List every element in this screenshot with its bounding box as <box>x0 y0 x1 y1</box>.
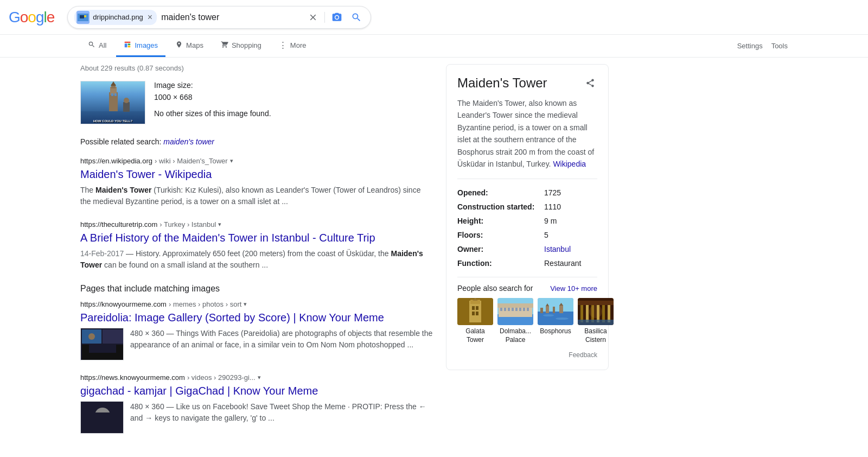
also-search-dolmabahce[interactable]: Dolmaba...Palace <box>497 298 533 344</box>
results-count: About 229 results (0.87 seconds) <box>80 64 433 72</box>
main-content: About 229 results (0.87 seconds) <box>0 58 868 453</box>
svg-point-50 <box>543 314 554 316</box>
logo-o1: o <box>20 9 28 26</box>
svg-rect-33 <box>476 306 478 310</box>
logo-g2: g <box>36 9 44 26</box>
also-img-dolmabahce <box>497 298 533 325</box>
shopping-icon <box>221 41 228 50</box>
search-icon <box>351 12 362 23</box>
kp-fact-label-opened: Opened: <box>457 188 544 197</box>
also-label-bosphorus: Bosphorus <box>540 327 571 336</box>
svg-rect-4 <box>125 41 131 42</box>
image-info-block: HOW COULD YOU TELL? Image size: 1000 × 6… <box>80 81 433 124</box>
svg-rect-43 <box>512 308 514 311</box>
result-dropdown-culturetrip[interactable]: ▾ <box>218 221 221 228</box>
kp-fact-height: Height: 9 m <box>457 214 597 228</box>
svg-rect-52 <box>540 308 543 313</box>
kp-also-header: People also search for View 10+ more <box>457 284 597 293</box>
tab-maps-label: Maps <box>186 41 203 49</box>
nav-tabs: All Images Maps Shopping ⋮ More Settings… <box>0 35 868 58</box>
meme-image: HOW COULD YOU TELL? <box>81 81 145 124</box>
logo-e: e <box>47 9 55 26</box>
svg-rect-55 <box>553 307 555 313</box>
kp-facts: Opened: 1725 Construction started: 1110 … <box>457 179 597 270</box>
result-desc-text-pareidolia: — Things With Faces (Pareidolia) are pho… <box>130 329 432 349</box>
result-thumb-pareidolia <box>80 328 124 360</box>
svg-rect-23 <box>89 345 116 353</box>
tab-shopping[interactable]: Shopping <box>213 35 269 57</box>
svg-rect-40 <box>500 308 502 311</box>
tab-images-label: Images <box>135 41 158 49</box>
result-title-culturetrip[interactable]: A Brief History of the Maiden's Tower in… <box>80 231 433 245</box>
kp-fact-floors: Floors: 5 <box>457 228 597 242</box>
logo-g: G <box>9 9 20 26</box>
search-divider <box>324 12 325 23</box>
chip-close-icon[interactable]: × <box>148 13 152 22</box>
tab-maps[interactable]: Maps <box>168 35 211 57</box>
result-title-pareidolia[interactable]: Pareidolia: Image Gallery (Sorted by Sco… <box>80 310 433 325</box>
result-dropdown-gigachad[interactable]: ▾ <box>258 374 261 381</box>
result-desc-culturetrip: 14-Feb-2017 — History. Approximately 650… <box>80 248 433 271</box>
result-dropdown-wikipedia[interactable]: ▾ <box>230 157 233 164</box>
more-icon: ⋮ <box>279 40 287 50</box>
images-icon <box>124 41 131 50</box>
also-search-galata[interactable]: GalataTower <box>457 298 493 344</box>
result-url-wikipedia: https://en.wikipedia.org › wiki › Maiden… <box>80 157 433 165</box>
tab-shopping-label: Shopping <box>232 41 261 49</box>
result-desc-pareidolia: 480 × 360 — Things With Faces (Pareidoli… <box>130 328 433 360</box>
search-bar: drippinchad.png × <box>67 6 371 29</box>
clear-search-button[interactable] <box>306 10 320 24</box>
result-size-pareidolia: 480 × 360 <box>130 329 164 338</box>
kp-also-title: People also search for <box>457 284 533 293</box>
svg-rect-39 <box>497 303 533 308</box>
svg-rect-14 <box>111 93 113 96</box>
related-link[interactable]: maiden's tower <box>163 137 214 146</box>
no-other-sizes: No other sizes of this image found. <box>154 109 271 118</box>
image-chip-label: drippinchad.png <box>93 13 143 21</box>
search-button[interactable] <box>349 10 364 25</box>
result-dropdown-pareidolia[interactable]: ▾ <box>244 301 247 308</box>
svg-rect-34 <box>472 312 475 315</box>
also-label-galata: GalataTower <box>465 327 484 344</box>
image-chip[interactable]: drippinchad.png × <box>74 10 157 25</box>
also-search-basilica[interactable]: BasilicaCistern <box>578 298 614 344</box>
left-column: About 229 results (0.87 seconds) <box>80 64 433 447</box>
camera-search-button[interactable] <box>329 10 344 25</box>
kp-feedback[interactable]: Feedback <box>457 351 597 359</box>
kp-share-button[interactable] <box>583 76 597 93</box>
result-url-culturetrip: https://theculturetrip.com › Turkey › Is… <box>80 220 433 228</box>
logo-o2: o <box>28 9 36 26</box>
kp-also-more-link[interactable]: View 10+ more <box>550 284 597 293</box>
search-bar-icons <box>306 10 364 25</box>
svg-rect-46 <box>523 308 525 311</box>
kp-wiki-link[interactable]: Wikipedia <box>553 160 586 168</box>
result-url-gigachad: https://news.knowyourmeme.com › videos ›… <box>80 373 433 382</box>
result-thumb-block-gigachad: 480 × 360 — Like us on Facebook! Save Tw… <box>80 401 433 434</box>
kp-fact-value-owner[interactable]: Istanbul <box>544 245 571 253</box>
svg-rect-2 <box>80 15 84 18</box>
svg-rect-66 <box>578 301 614 305</box>
kp-fact-label-owner: Owner: <box>457 245 544 253</box>
tab-all-label: All <box>99 41 106 49</box>
result-breadcrumb-pareidolia: › memes › photos › sort <box>169 300 241 308</box>
tab-more[interactable]: ⋮ More <box>271 35 314 57</box>
tab-more-label: More <box>290 41 307 49</box>
kp-title: Maiden's Tower <box>457 75 547 91</box>
kp-fact-value-construction: 1110 <box>544 202 561 211</box>
svg-rect-59 <box>580 303 583 322</box>
result-title-gigachad[interactable]: gigachad - kamjar | GigaChad | Know Your… <box>80 384 433 398</box>
svg-rect-60 <box>586 303 589 322</box>
tools-link[interactable]: Tools <box>771 42 788 50</box>
result-breadcrumb-culturetrip: › Turkey › Istanbul <box>159 220 216 228</box>
svg-rect-15 <box>114 93 117 96</box>
svg-rect-32 <box>472 306 475 310</box>
result-title-wikipedia[interactable]: Maiden's Tower - Wikipedia <box>80 167 433 181</box>
settings-link[interactable]: Settings <box>737 42 763 50</box>
tab-all[interactable]: All <box>80 35 114 57</box>
search-input[interactable] <box>161 12 302 22</box>
tab-images[interactable]: Images <box>116 35 165 57</box>
google-logo[interactable]: Google <box>9 9 54 26</box>
also-search-bosphorus[interactable]: Bosphorus <box>538 298 573 344</box>
gigachad-thumb-img <box>81 402 123 433</box>
svg-rect-16 <box>123 102 130 112</box>
